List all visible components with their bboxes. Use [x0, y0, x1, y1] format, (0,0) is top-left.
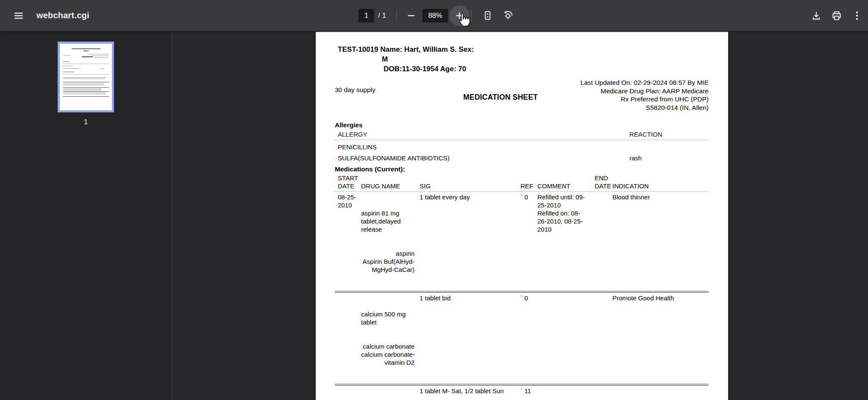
patient-header-line2: M — [382, 55, 388, 64]
toolbar-center-controls: / 1 88% — [359, 0, 518, 31]
med-drug-alt-names: calcium carbonate calcium carbonate- vit… — [361, 342, 420, 366]
allergies-heading: Allergies — [335, 121, 709, 129]
start-date-column-header: START DATE — [338, 174, 361, 190]
download-button[interactable] — [806, 6, 826, 26]
med-indication: Promote Good Health — [612, 294, 709, 383]
more-options-button[interactable] — [847, 6, 867, 26]
med-drug-alt-names: aspirin Aspirin Buf(AlHyd- MgHyd-CaCar) — [361, 249, 420, 274]
allergy-row: PENICILLINS — [335, 140, 709, 151]
allergies-section: Allergies ALLERGY REACTION PENICILLINS S… — [335, 121, 709, 162]
sheet-title: MEDICATION SHEET — [463, 93, 538, 102]
zoom-out-button[interactable] — [401, 6, 421, 26]
thumbnail-sidebar: 1 — [0, 31, 172, 400]
patient-header-line1: TEST-10019 Name: Hart, William S. Sex: — [338, 45, 474, 54]
end-date-column-header: END DATE — [595, 174, 612, 190]
pdf-toolbar: webchart.cgi / 1 88% — [0, 0, 868, 31]
med-drug-primary-name: aspirin 81 mg tablet,delayed release — [361, 209, 420, 233]
med-ref-count: ` 0 — [520, 193, 537, 290]
print-button[interactable] — [826, 6, 847, 26]
medication-row: calcium 500 mg tablet calcium carbonate … — [335, 293, 709, 386]
comment-column-header: COMMENT — [537, 182, 595, 190]
med-indication: Blood thinner — [612, 193, 709, 290]
reaction-column-header: REACTION — [629, 131, 709, 138]
indication-column-header: INDICATION — [612, 182, 709, 190]
med-indication — [612, 387, 709, 400]
fit-to-page-icon — [482, 10, 493, 21]
allergy-reaction: rash — [629, 154, 709, 162]
page-number-input[interactable] — [359, 9, 374, 22]
allergy-reaction — [629, 143, 709, 151]
minus-icon — [406, 10, 417, 21]
plus-icon — [454, 10, 465, 21]
medications-heading: Medications (Current): — [335, 165, 709, 173]
hamburger-icon — [13, 10, 24, 21]
last-updated-meta: Last Updated On: 02-29-2024 08:57 By MIE… — [581, 78, 709, 112]
med-start-date — [338, 294, 361, 383]
page-thumbnail[interactable] — [58, 42, 114, 112]
med-start-date — [338, 387, 361, 400]
toolbar-right-controls — [806, 0, 867, 31]
printer-icon — [831, 10, 842, 21]
allergy-name: PENICILLINS — [338, 143, 629, 151]
download-icon — [811, 10, 822, 21]
med-ref-count: ` 11 — [520, 387, 537, 400]
toolbar-divider — [471, 9, 472, 22]
med-comment — [537, 387, 595, 400]
allergy-name: SULFA(SULFONAMIDE ANTIBIOTICS) — [338, 154, 629, 162]
rotate-button[interactable] — [498, 6, 518, 26]
med-comment: Refilled until: 09- 25-2010 Refilled on:… — [537, 193, 595, 290]
thumbnail-page-number: 1 — [84, 118, 88, 126]
med-drug-name: aspirin 81 mg tablet,delayed release asp… — [361, 193, 420, 290]
med-sig: 1 tablet bid — [420, 294, 520, 383]
ref-column-header: REF — [520, 182, 537, 190]
page-total-label: / 1 — [378, 11, 386, 20]
med-sig: 1 tablet M- Sat, 1/2 tablet Sun — [420, 387, 520, 400]
med-start-date: 08-25- 2010 — [338, 193, 361, 290]
medications-header-row: START DATE DRUG NAME SIG REF COMMENT END… — [335, 174, 709, 192]
drug-name-column-header: DRUG NAME — [361, 182, 420, 190]
document-title: webchart.cgi — [36, 11, 89, 20]
rotate-counterclockwise-icon — [502, 10, 514, 21]
allergies-header-row: ALLERGY REACTION — [335, 131, 709, 140]
med-end-date — [595, 294, 612, 383]
allergy-column-header: ALLERGY — [338, 131, 629, 138]
three-dot-menu-icon — [851, 10, 862, 21]
med-drug-name: calcium 500 mg tablet calcium carbonate … — [361, 294, 420, 383]
pdf-viewer-area[interactable]: TEST-10019 Name: Hart, William S. Sex: M… — [172, 31, 868, 400]
med-ref-count: ` 0 — [520, 294, 537, 383]
sig-column-header: SIG — [420, 182, 520, 190]
fit-page-button[interactable] — [478, 6, 498, 26]
med-drug-name: Coumadin 5 mg tablet warfarin — [361, 387, 420, 400]
med-sig: 1 tablet every day — [420, 193, 520, 290]
med-comment — [537, 294, 595, 383]
medication-row: Coumadin 5 mg tablet warfarin 1 tablet M… — [335, 386, 709, 400]
med-drug-primary-name: calcium 500 mg tablet — [361, 310, 420, 326]
patient-header-line3: DOB:11-30-1954 Age: 70 — [384, 65, 466, 73]
medication-row: 08-25- 2010 aspirin 81 mg tablet,delayed… — [335, 192, 709, 293]
zoom-in-button[interactable] — [449, 6, 470, 26]
document-page: TEST-10019 Name: Hart, William S. Sex: M… — [316, 32, 728, 400]
toolbar-divider — [396, 9, 397, 22]
med-end-date — [595, 387, 612, 400]
med-end-date — [595, 193, 612, 290]
zoom-level[interactable]: 88% — [423, 9, 448, 22]
supply-note: 30 day supply — [335, 86, 376, 94]
menu-button[interactable] — [8, 6, 29, 26]
allergy-row: SULFA(SULFONAMIDE ANTIBIOTICS) rash — [335, 151, 709, 162]
medications-section: Medications (Current): START DATE DRUG N… — [335, 165, 709, 400]
